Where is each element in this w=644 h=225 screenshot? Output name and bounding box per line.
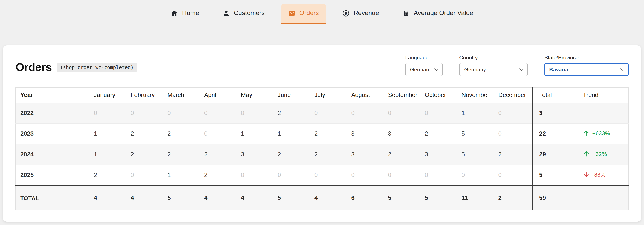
trend-cell: +633%: [577, 123, 628, 144]
column-header-trend: Trend: [577, 87, 628, 103]
month-value-cell: 0: [202, 103, 238, 123]
trend-up-icon: [583, 130, 589, 136]
trend-indicator: +32%: [583, 150, 607, 157]
total-cell: 22: [533, 123, 577, 144]
month-value-cell: 0: [386, 165, 422, 186]
column-header-july: July: [312, 87, 349, 103]
language-label: Language:: [405, 54, 443, 60]
footer-month-total-cell: 2: [496, 186, 533, 210]
nav-divider: [31, 34, 613, 34]
month-value-cell: 2: [496, 144, 533, 165]
trend-indicator: +633%: [583, 130, 610, 136]
month-value-cell: 1: [239, 123, 275, 144]
month-value-cell: 3: [239, 144, 275, 165]
month-value-cell: 0: [422, 165, 459, 186]
footer-trend-cell: [577, 186, 628, 210]
trend-down-icon: [583, 171, 589, 178]
column-header-may: May: [239, 87, 275, 103]
column-header-august: August: [349, 87, 386, 103]
footer-grand-total-cell: 59: [533, 186, 577, 210]
month-value-cell: 1: [165, 165, 202, 186]
table-row: 20252012000000005-83%: [16, 165, 628, 186]
nav-item-orders[interactable]: Orders: [281, 4, 326, 24]
table-body: 20220000020000103202312201123325022+633%…: [16, 103, 628, 186]
country-filter: Country: Germany: [459, 54, 528, 76]
month-value-cell: 0: [275, 165, 312, 186]
month-value-cell: 2: [128, 144, 165, 165]
app-root: Home Customers Orders $ Revenue: [0, 0, 644, 225]
column-header-february: February: [128, 87, 165, 103]
footer-month-total-cell: 4: [128, 186, 165, 210]
month-value-cell: 1: [459, 103, 496, 123]
month-value-cell: 5: [459, 123, 496, 144]
column-header-total: Total: [533, 87, 577, 103]
table-header: YearJanuaryFebruaryMarchAprilMayJuneJuly…: [16, 87, 628, 103]
total-cell: 29: [533, 144, 577, 165]
dollar-circle-icon: $: [342, 9, 349, 17]
year-cell: 2025: [16, 165, 92, 186]
language-select[interactable]: German: [405, 63, 443, 76]
table-row: 202412223223235229+32%: [16, 144, 628, 165]
month-value-cell: 3: [386, 123, 422, 144]
footer-month-total-cell: 5: [386, 186, 422, 210]
orders-card: Orders (shop_order wc-completed) Languag…: [3, 45, 641, 222]
nav-label: Average Order Value: [414, 9, 473, 17]
month-value-cell: 0: [386, 103, 422, 123]
year-cell: 2023: [16, 123, 92, 144]
month-value-cell: 0: [496, 165, 533, 186]
nav-label: Home: [182, 9, 199, 17]
footer-month-total-cell: 4: [92, 186, 128, 210]
nav-label: Orders: [299, 9, 319, 17]
nav-item-home[interactable]: Home: [164, 4, 206, 24]
month-value-cell: 2: [165, 123, 202, 144]
footer-total-label: TOTAL: [16, 186, 92, 210]
month-value-cell: 3: [422, 144, 459, 165]
language-filter: Language: German: [405, 54, 443, 76]
footer-month-total-cell: 5: [275, 186, 312, 210]
total-cell: 5: [533, 165, 577, 186]
trend-label: +633%: [592, 130, 610, 136]
nav-item-customers[interactable]: Customers: [216, 4, 272, 24]
order-type-badge: (shop_order wc-completed): [56, 63, 137, 72]
month-value-cell: 0: [239, 103, 275, 123]
trend-cell: +32%: [577, 144, 628, 165]
svg-text:$: $: [344, 11, 347, 15]
footer-month-total-cell: 4: [312, 186, 349, 210]
month-value-cell: 2: [92, 165, 128, 186]
state-label: State/Province:: [544, 54, 628, 60]
calculator-icon: [402, 9, 410, 17]
column-header-june: June: [275, 87, 312, 103]
column-header-march: March: [165, 87, 202, 103]
table-row: 202312201123325022+633%: [16, 123, 628, 144]
home-icon: [171, 9, 178, 17]
month-value-cell: 2: [275, 144, 312, 165]
footer-month-total-cell: 4: [202, 186, 238, 210]
country-label: Country:: [459, 54, 528, 60]
top-nav: Home Customers Orders $ Revenue: [0, 0, 644, 34]
month-value-cell: 0: [349, 103, 386, 123]
state-select[interactable]: Bavaria: [544, 63, 628, 76]
column-header-april: April: [202, 87, 238, 103]
nav-items: Home Customers Orders $ Revenue: [0, 4, 644, 24]
nav-item-revenue[interactable]: $ Revenue: [335, 4, 386, 24]
month-value-cell: 2: [312, 123, 349, 144]
nav-item-average-order-value[interactable]: Average Order Value: [396, 4, 480, 24]
month-value-cell: 3: [349, 144, 386, 165]
month-value-cell: 0: [422, 103, 459, 123]
month-value-cell: 0: [312, 165, 349, 186]
month-value-cell: 2: [128, 123, 165, 144]
nav-label: Customers: [234, 9, 265, 17]
month-value-cell: 0: [128, 165, 165, 186]
month-value-cell: 1: [92, 123, 128, 144]
total-cell: 3: [533, 103, 577, 123]
trend-indicator: -83%: [583, 171, 606, 178]
table-row: 20220000020000103: [16, 103, 628, 123]
card-header: Orders (shop_order wc-completed) Languag…: [16, 54, 628, 76]
column-header-year: Year: [16, 87, 92, 103]
country-select[interactable]: Germany: [459, 63, 528, 76]
title-wrap: Orders (shop_order wc-completed): [16, 61, 137, 74]
state-filter: State/Province: Bavaria: [544, 54, 628, 76]
filters: Language: German Country: Germ: [405, 54, 628, 76]
footer-month-total-cell: 5: [165, 186, 202, 210]
column-header-october: October: [422, 87, 459, 103]
